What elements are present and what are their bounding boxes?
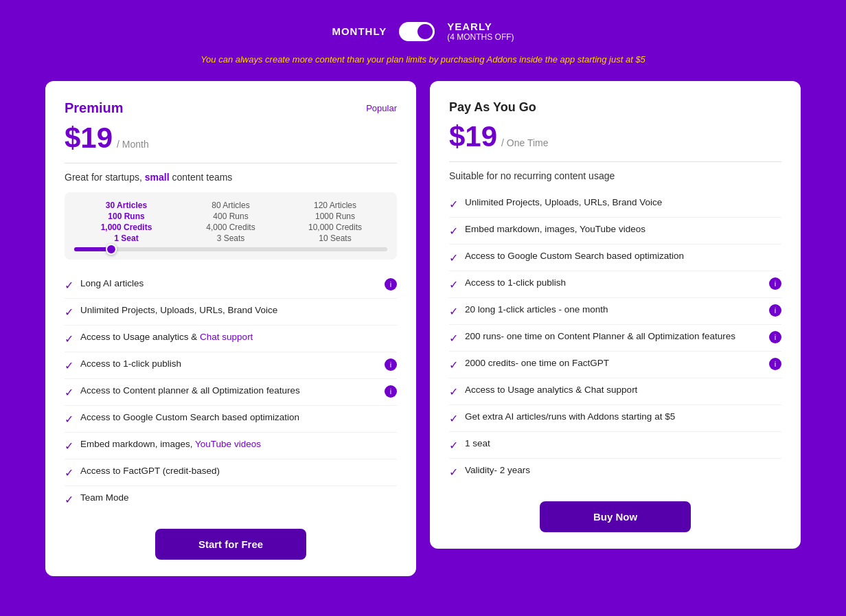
slider-track — [74, 247, 387, 251]
payg-price-period: / One Time — [501, 137, 548, 148]
premium-plan-name: Premium — [65, 100, 124, 116]
check-icon: ✓ — [65, 306, 73, 319]
price-divider — [65, 163, 397, 163]
tier3-credits: 10,000 Credits — [308, 223, 362, 232]
tier2-credits: 4,000 Credits — [206, 223, 255, 232]
feature-text: 200 runs- one time on Content Planner & … — [465, 331, 762, 341]
check-icon: ✓ — [449, 412, 458, 425]
monthly-label: MONTHLY — [332, 25, 387, 37]
tier-col-3: 120 Articles 1000 Runs 10,000 Credits 10… — [283, 201, 387, 243]
yearly-main-label: YEARLY — [447, 21, 492, 32]
feature-item: ✓ Validity- 2 years — [449, 459, 781, 485]
feature-text: Long AI articles — [80, 278, 378, 288]
feature-text: Unlimited Projects, Uploads, URLs, Brand… — [80, 305, 397, 315]
feature-item: ✓ Access to FactGPT (credit-based) — [65, 459, 397, 486]
feature-item: ✓ Team Mode — [65, 486, 397, 512]
feature-text: Access to Usage analytics & Chat support — [80, 332, 397, 342]
feature-info-icon[interactable]: i — [769, 331, 781, 343]
feature-item: ✓ Get extra AI articles/runs with Addons… — [449, 405, 781, 432]
payg-price: $19 / One Time — [449, 120, 781, 153]
premium-cta-button[interactable]: Start for Free — [155, 529, 306, 560]
feature-item: ✓ Unlimited Projects, Uploads, URLs, Bra… — [449, 191, 781, 218]
feature-info-icon[interactable]: i — [769, 304, 781, 317]
feature-text: 1 seat — [465, 438, 781, 448]
feature-info-icon[interactable]: i — [769, 277, 781, 290]
slider-thumb — [106, 244, 117, 255]
feature-text: Validity- 2 years — [465, 465, 781, 475]
tier-selector[interactable]: 30 Articles 100 Runs 1,000 Credits 1 Sea… — [65, 192, 397, 260]
payg-tagline: Suitable for no recurring content usage — [449, 170, 781, 181]
check-icon: ✓ — [449, 385, 458, 398]
check-icon: ✓ — [65, 279, 73, 292]
plans-container: Premium Popular $19 / Month Great for st… — [45, 81, 801, 576]
premium-tagline: Great for startups, small content teams — [65, 172, 397, 183]
tier-row: 30 Articles 100 Runs 1,000 Credits 1 Sea… — [74, 201, 387, 243]
check-icon: ✓ — [65, 332, 73, 345]
feature-text: Embed markdown, images, YouTube videos — [465, 224, 781, 234]
yearly-sub-label: (4 MONTHS OFF) — [447, 32, 514, 42]
tier-col-1: 30 Articles 100 Runs 1,000 Credits 1 Sea… — [74, 201, 179, 243]
feature-text: Access to 1-click publish — [80, 358, 378, 369]
tier3-articles: 120 Articles — [314, 201, 356, 210]
payg-feature-list: ✓ Unlimited Projects, Uploads, URLs, Bra… — [449, 191, 781, 485]
feature-item: ✓ Embed markdown, images, YouTube videos — [449, 218, 781, 244]
payg-header: Pay As You Go — [449, 100, 781, 115]
feature-item: ✓ Access to 1-click publish i — [449, 271, 781, 298]
feature-text: Access to Google Custom Search based opt… — [80, 412, 397, 422]
feature-text: Unlimited Projects, Uploads, URLs, Brand… — [465, 197, 781, 207]
premium-plan-card: Premium Popular $19 / Month Great for st… — [45, 81, 416, 576]
feature-text: Access to Google Custom Search based opt… — [465, 251, 781, 261]
tier3-seats: 10 Seats — [319, 233, 351, 243]
premium-price-amount: $19 — [65, 122, 113, 155]
tier-col-2: 80 Articles 400 Runs 4,000 Credits 3 Sea… — [179, 201, 283, 243]
feature-text: 2000 credits- one time on FactGPT — [465, 358, 762, 368]
check-icon: ✓ — [449, 466, 458, 479]
feature-item: ✓ Access to Usage analytics & Chat suppo… — [449, 378, 781, 405]
tagline-highlight: small — [145, 172, 170, 183]
feature-text: Get extra AI articles/runs with Addons s… — [465, 411, 781, 422]
feature-text: 20 long 1-click articles - one month — [465, 304, 762, 315]
feature-item: ✓ Access to Google Custom Search based o… — [65, 406, 397, 433]
feature-item: ✓ Access to Google Custom Search based o… — [449, 244, 781, 271]
premium-price: $19 / Month — [65, 122, 397, 155]
tier-slider[interactable] — [74, 247, 387, 251]
check-icon: ✓ — [65, 386, 73, 399]
feature-item: ✓ 200 runs- one time on Content Planner … — [449, 325, 781, 352]
feature-item: ✓ 2000 credits- one time on FactGPT i — [449, 352, 781, 378]
addons-notice: You can always create more content than … — [201, 54, 645, 65]
feature-item: ✓ 20 long 1-click articles - one month i — [449, 298, 781, 325]
tier2-seats: 3 Seats — [217, 233, 245, 243]
tier1-runs: 100 Runs — [108, 212, 144, 221]
check-icon: ✓ — [65, 440, 73, 453]
check-icon: ✓ — [449, 278, 458, 291]
feature-info-icon[interactable]: i — [385, 358, 397, 371]
feature-info-icon[interactable]: i — [385, 278, 397, 290]
tier1-credits: 1,000 Credits — [101, 223, 152, 232]
feature-text: Access to Usage analytics & Chat support — [465, 385, 781, 395]
check-icon: ✓ — [65, 359, 73, 372]
feature-item: ✓ Access to 1-click publish i — [65, 352, 397, 379]
tier1-articles: 30 Articles — [106, 201, 147, 210]
toggle-knob — [418, 24, 433, 39]
feature-item: ✓ Access to Usage analytics & Chat suppo… — [65, 326, 397, 352]
tier3-runs: 1000 Runs — [315, 212, 355, 221]
check-icon: ✓ — [65, 413, 73, 426]
payg-plan-name: Pay As You Go — [449, 100, 536, 115]
popular-badge: Popular — [366, 103, 397, 113]
payg-price-amount: $19 — [449, 120, 497, 153]
payg-cta-button[interactable]: Buy Now — [540, 501, 691, 532]
check-icon: ✓ — [65, 466, 73, 479]
premium-price-period: / Month — [117, 139, 149, 150]
billing-toggle[interactable] — [399, 22, 435, 41]
tier1-seats: 1 Seat — [114, 233, 138, 243]
feature-info-icon[interactable]: i — [385, 385, 397, 398]
check-icon: ✓ — [65, 493, 73, 506]
check-icon: ✓ — [449, 198, 458, 211]
yearly-label-group: YEARLY (4 MONTHS OFF) — [447, 21, 514, 42]
feature-info-icon[interactable]: i — [769, 358, 781, 370]
tier2-runs: 400 Runs — [213, 212, 248, 221]
check-icon: ✓ — [449, 358, 458, 372]
feature-text: Embed markdown, images, YouTube videos — [80, 439, 397, 449]
tier2-articles: 80 Articles — [212, 201, 249, 210]
check-icon: ✓ — [449, 305, 458, 318]
